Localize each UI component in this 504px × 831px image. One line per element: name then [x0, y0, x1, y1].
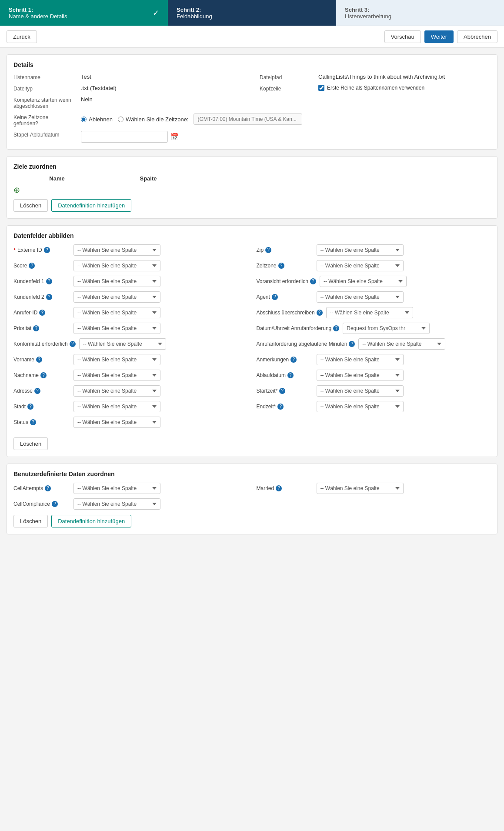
externe-id-required: * [13, 247, 16, 254]
step2-title: Feldabbildung [177, 13, 212, 20]
dateipfad-value: CallingLists\Things to think about with … [318, 73, 491, 80]
ziele-add-row: ⊕ [13, 185, 491, 195]
field-row-externe-id: * Externe ID ? -- Wählen Sie eine Spalte [13, 244, 248, 256]
married-info-icon[interactable]: ? [276, 485, 282, 491]
ziele-add-button[interactable]: Datendefinition hinzufügen [51, 199, 131, 212]
radio-waehlen[interactable] [118, 117, 123, 122]
externe-id-select[interactable]: -- Wählen Sie eine Spalte [73, 244, 160, 256]
zip-select[interactable]: -- Wählen Sie eine Spalte [317, 244, 404, 256]
endzeit-select[interactable]: -- Wählen Sie eine Spalte [317, 401, 404, 412]
calendar-icon[interactable]: 📅 [170, 133, 179, 141]
ziele-delete-button[interactable]: Löschen [13, 199, 48, 212]
voransicht-select[interactable]: -- Wählen Sie eine Spalte [320, 276, 407, 287]
startzeit-info-icon[interactable]: ? [279, 388, 285, 394]
abschluss-info-icon[interactable]: ? [317, 310, 323, 316]
details-card: Details Listenname Test Dateipfad Callin… [7, 54, 497, 150]
zip-label: Zip ? [257, 247, 313, 253]
score-select[interactable]: -- Wählen Sie eine Spalte [73, 260, 160, 271]
abschluss-select[interactable]: -- Wählen Sie eine Spalte [326, 307, 413, 318]
cancel-button[interactable]: Abbrechen [457, 30, 497, 43]
voransicht-info-icon[interactable]: ? [310, 278, 316, 284]
datum-uhrzeit-info-icon[interactable]: ? [333, 325, 339, 331]
cell-compliance-label: CellCompliance ? [13, 501, 70, 507]
anrufer-id-info-icon[interactable]: ? [39, 310, 45, 316]
back-button[interactable]: Zurück [7, 30, 37, 43]
ablaufdatum-select[interactable]: -- Wählen Sie eine Spalte [317, 370, 404, 381]
stapel-date-input[interactable] [81, 131, 168, 143]
dateipfad-label: Dateipfad [260, 73, 312, 80]
kundenfeld2-label: Kundenfeld 2 ? [13, 294, 70, 300]
field-row-cell-attempts: CellAttempts ? -- Wählen Sie eine Spalte [13, 483, 248, 494]
adresse-select[interactable]: -- Wählen Sie eine Spalte [73, 385, 160, 397]
benutzerdefiniert-delete-button[interactable]: Löschen [13, 515, 48, 527]
nachname-info-icon[interactable]: ? [40, 372, 47, 378]
cell-attempts-info-icon[interactable]: ? [45, 485, 51, 491]
field-row-datum-uhrzeit: Datum/Uhrzeit Anrufanforderung ? Request… [257, 323, 491, 334]
zeitzone-select[interactable]: -- Wählen Sie eine Spalte [317, 260, 404, 271]
field-row-married: Married ? -- Wählen Sie eine Spalte [257, 483, 491, 494]
ablaufdatum-label: Ablaufdatum ? [257, 372, 313, 378]
radio-waehlen-label[interactable]: Wählen Sie die Zeitzone: [118, 116, 189, 123]
kundenfeld1-info-icon[interactable]: ? [46, 278, 52, 284]
step-3: Schritt 3: Listenverarbeitung [336, 0, 504, 26]
anruf-minuten-select[interactable]: -- Wählen Sie eine Spalte [358, 338, 445, 350]
zeitzone-radio-group: Ablehnen Wählen Sie die Zeitzone: [81, 113, 491, 125]
ablaufdatum-info-icon[interactable]: ? [287, 372, 294, 378]
timezone-input[interactable] [194, 113, 302, 125]
radio-ablehnen-label[interactable]: Ablehnen [81, 116, 113, 123]
anmerkungen-select[interactable]: -- Wählen Sie eine Spalte [317, 354, 404, 365]
cell-compliance-info-icon[interactable]: ? [52, 501, 58, 507]
field-row-konformitaet: Konformität erforderlich ? -- Wählen Sie… [13, 338, 248, 350]
kopfzeile-checkbox-label: Erste Reihe als Spaltennamen verwenden [327, 85, 424, 91]
externe-id-info-icon[interactable]: ? [44, 247, 50, 253]
startzeit-select[interactable]: -- Wählen Sie eine Spalte [317, 385, 404, 397]
datenfelder-delete-button[interactable]: Löschen [13, 437, 48, 450]
agent-info-icon[interactable]: ? [272, 294, 278, 300]
anrufer-id-select[interactable]: -- Wählen Sie eine Spalte [73, 307, 160, 318]
field-row-stadt: Stadt ? -- Wählen Sie eine Spalte [13, 401, 248, 412]
vorname-info-icon[interactable]: ? [36, 357, 42, 363]
preview-button[interactable]: Vorschau [384, 30, 421, 43]
kundenfeld2-info-icon[interactable]: ? [46, 294, 52, 300]
cell-compliance-select[interactable]: -- Wählen Sie eine Spalte [73, 498, 160, 510]
prioritaet-info-icon[interactable]: ? [33, 325, 39, 331]
datenfelder-title: Datenfelder abbilden [13, 232, 491, 239]
benutzerdefiniert-add-button[interactable]: Datendefinition hinzufügen [51, 515, 131, 527]
kundenfeld2-select[interactable]: -- Wählen Sie eine Spalte [73, 291, 160, 303]
next-button[interactable]: Weiter [424, 30, 454, 43]
nachname-select[interactable]: -- Wählen Sie eine Spalte [73, 370, 160, 381]
konformitaet-select[interactable]: -- Wählen Sie eine Spalte [79, 338, 166, 350]
zeitzone-field-label: Zeitzone ? [257, 263, 313, 269]
adresse-label: Adresse ? [13, 388, 70, 394]
kompetenz-value: Nein [81, 96, 253, 103]
cell-attempts-select[interactable]: -- Wählen Sie eine Spalte [73, 483, 160, 494]
score-info-icon[interactable]: ? [29, 263, 35, 269]
vorname-select[interactable]: -- Wählen Sie eine Spalte [73, 354, 160, 365]
plus-icon[interactable]: ⊕ [13, 185, 20, 195]
datum-uhrzeit-select[interactable]: Request from SysOps thr [343, 323, 430, 334]
anruf-minuten-label: Anrufanforderung abgelaufene Minuten ? [257, 341, 355, 347]
stadt-select[interactable]: -- Wählen Sie eine Spalte [73, 401, 160, 412]
startzeit-label: Startzeit* ? [257, 388, 313, 394]
endzeit-info-icon[interactable]: ? [277, 404, 284, 410]
adresse-info-icon[interactable]: ? [34, 388, 40, 394]
radio-ablehnen[interactable] [81, 117, 87, 122]
field-row-vorname: Vorname ? -- Wählen Sie eine Spalte [13, 354, 248, 365]
stapel-date-row: 📅 [81, 131, 491, 143]
status-info-icon[interactable]: ? [30, 419, 36, 425]
status-select[interactable]: -- Wählen Sie eine Spalte [73, 417, 160, 428]
externe-id-label: * Externe ID ? [13, 247, 70, 254]
kundenfeld1-select[interactable]: -- Wählen Sie eine Spalte [73, 276, 160, 287]
listenname-value: Test [81, 73, 253, 80]
anruf-minuten-info-icon[interactable]: ? [349, 341, 355, 347]
agent-select[interactable]: -- Wählen Sie eine Spalte [317, 291, 404, 303]
married-select[interactable]: -- Wählen Sie eine Spalte [317, 483, 404, 494]
benutzerdefiniert-grid: CellAttempts ? -- Wählen Sie eine Spalte… [13, 483, 491, 510]
prioritaet-select[interactable]: -- Wählen Sie eine Spalte [73, 323, 160, 334]
stadt-info-icon[interactable]: ? [27, 404, 33, 410]
kopfzeile-checkbox[interactable] [318, 85, 324, 91]
anmerkungen-info-icon[interactable]: ? [290, 357, 297, 363]
zip-info-icon[interactable]: ? [265, 247, 271, 253]
zeitzone-info-icon[interactable]: ? [278, 263, 284, 269]
konformitaet-info-icon[interactable]: ? [70, 341, 76, 347]
